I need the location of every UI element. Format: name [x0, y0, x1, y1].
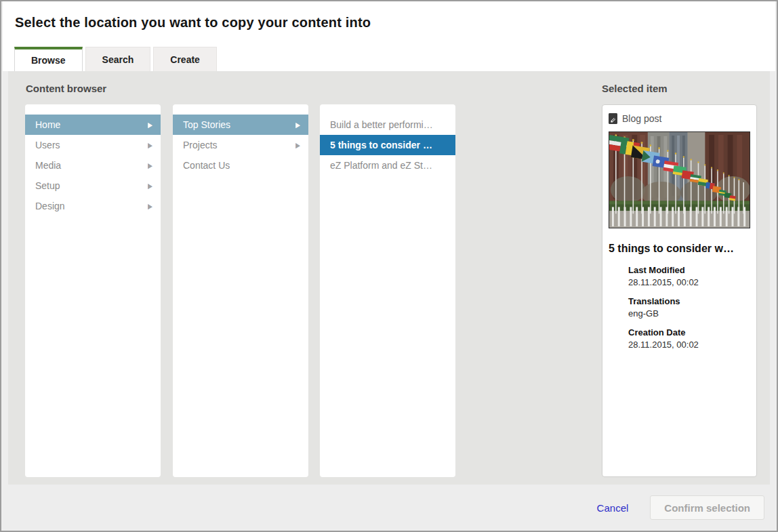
content-browser-panel: Content browser Selected item Home ▶ Use…	[8, 71, 770, 486]
meta-value: 28.11.2015, 00:02	[628, 340, 750, 350]
tab-bar: Browse Search Create	[14, 47, 217, 71]
cancel-button[interactable]: Cancel	[597, 502, 629, 514]
meta-value: eng-GB	[628, 308, 750, 319]
browser-column-1: Home ▶ Users ▶ Media ▶ Setup ▶ Design ▶	[25, 104, 161, 477]
chevron-right-icon: ▶	[148, 202, 152, 210]
selected-item-card: Blog post	[602, 104, 757, 477]
selected-item-meta: Last Modified 28.11.2015, 00:02 Translat…	[628, 265, 750, 350]
tree-item-media[interactable]: Media ▶	[25, 155, 161, 176]
blog-post-document-icon	[609, 113, 617, 124]
chevron-right-icon: ▶	[148, 182, 152, 190]
chevron-right-icon: ▶	[295, 141, 300, 149]
tree-item-label: Setup	[35, 180, 148, 191]
meta-label: Translations	[628, 296, 750, 306]
meta-creation-date: Creation Date 28.11.2015, 00:02	[628, 327, 750, 350]
tree-item-label: Home	[35, 119, 148, 130]
meta-value: 28.11.2015, 00:02	[628, 277, 750, 287]
tree-item-label: Contact Us	[183, 160, 300, 171]
tree-item-label: eZ Platform and eZ St…	[330, 160, 447, 171]
content-browser-heading: Content browser	[26, 83, 106, 94]
tab-search[interactable]: Search	[85, 47, 151, 71]
meta-last-modified: Last Modified 28.11.2015, 00:02	[628, 265, 750, 287]
browser-column-2: Top Stories ▶ Projects ▶ Contact Us	[173, 104, 308, 477]
tree-item-label: Media	[35, 160, 148, 171]
chevron-right-icon: ▶	[148, 121, 152, 129]
dialog-header: Select the location you want to copy you…	[3, 1, 775, 71]
confirm-selection-button[interactable]: Confirm selection	[650, 495, 764, 520]
tree-item-home[interactable]: Home ▶	[25, 115, 161, 135]
tree-item-top-stories[interactable]: Top Stories ▶	[173, 115, 308, 135]
chevron-right-icon: ▶	[148, 161, 152, 169]
selected-item-thumbnail	[609, 131, 750, 228]
meta-label: Last Modified	[628, 265, 750, 275]
browser-column-3: Build a better performi… 5 things to con…	[320, 104, 455, 477]
copy-location-dialog: Select the location you want to copy you…	[0, 0, 778, 532]
tree-item-setup[interactable]: Setup ▶	[25, 176, 161, 196]
tree-item-label: Top Stories	[183, 119, 295, 130]
tree-item-contact-us[interactable]: Contact Us	[173, 155, 308, 176]
tree-item-users[interactable]: Users ▶	[25, 135, 161, 155]
tab-create[interactable]: Create	[153, 47, 217, 71]
meta-label: Creation Date	[628, 327, 750, 337]
selected-item-title: 5 things to consider w…	[609, 243, 750, 255]
content-type-row: Blog post	[609, 113, 750, 124]
tree-item-label: Design	[35, 201, 148, 211]
selected-item-heading: Selected item	[602, 83, 668, 94]
tree-item-design[interactable]: Design ▶	[25, 196, 161, 216]
tree-item-label: Users	[35, 140, 148, 150]
tree-item-build-a-better[interactable]: Build a better performi…	[320, 115, 455, 135]
tree-item-label: 5 things to consider …	[330, 140, 447, 150]
tree-item-ez-platform[interactable]: eZ Platform and eZ St…	[320, 155, 455, 176]
chevron-right-icon: ▶	[295, 121, 300, 129]
dialog-title: Select the location you want to copy you…	[15, 15, 371, 30]
tree-item-label: Build a better performi…	[330, 119, 447, 130]
tree-item-projects[interactable]: Projects ▶	[173, 135, 308, 155]
tree-item-5-things[interactable]: 5 things to consider …	[320, 135, 455, 155]
dialog-footer: Cancel Confirm selection	[3, 485, 775, 531]
tab-browse[interactable]: Browse	[14, 47, 83, 71]
chevron-right-icon: ▶	[148, 141, 152, 149]
meta-translations: Translations eng-GB	[628, 296, 750, 319]
tree-item-label: Projects	[183, 140, 295, 150]
content-type-label: Blog post	[622, 113, 661, 124]
